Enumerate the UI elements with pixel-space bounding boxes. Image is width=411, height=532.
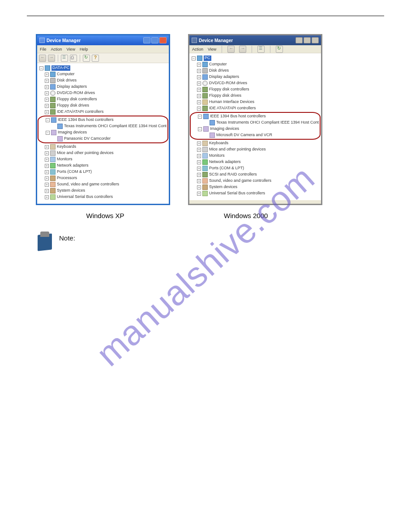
tree-node[interactable]: +Ports (COM & LPT) [39,169,167,175]
back-icon[interactable] [227,46,235,53]
menu-action[interactable]: Action [192,47,203,51]
forward-icon[interactable] [48,55,55,62]
maximize-button[interactable] [151,37,158,43]
tree-node-imaging-child[interactable]: Microsoft DV Camera and VCR [192,132,319,138]
toolbar-separator [80,55,80,62]
note-row: Note: [36,231,384,252]
highlighted-region: −IEEE 1394 Bus host controllers Texas In… [190,112,321,140]
titlebar[interactable]: Device Manager [37,35,169,45]
minimize-button[interactable] [295,37,303,43]
menu-file[interactable]: File [40,47,47,51]
tree-node[interactable]: +Disk drives [191,68,320,74]
tree-node[interactable]: +Disk drives [39,77,167,84]
toolbar-separator [270,46,270,53]
help-icon[interactable] [92,55,99,62]
tree-node[interactable]: +Computer [39,71,167,77]
tree-node[interactable]: +Mice and other pointing devices [39,150,167,156]
tree-node[interactable]: +Display adapters [39,84,167,90]
tree-node[interactable]: +Sound, video and game controllers [191,178,320,184]
tree-node[interactable]: +IDE ATA/ATAPI controllers [39,109,167,115]
tree-node-ieee[interactable]: −IEEE 1394 Bus host controllers [39,117,167,123]
tree-node[interactable]: +Computer [191,61,320,68]
back-icon[interactable] [39,55,46,62]
menu-view[interactable]: View [208,47,216,51]
caption-row: Windows XP Windows 2000 [36,212,384,219]
tree-node[interactable]: +Floppy disk drives [39,103,167,109]
tree-node-ieee-child[interactable]: Texas Instruments OHCI Compliant IEEE 13… [39,123,167,129]
tree-node-ieee-child[interactable]: Texas Instruments OHCI Compliant IEEE 13… [192,120,319,126]
minimize-button[interactable] [143,37,150,43]
app-icon [39,38,45,43]
tree-node[interactable]: +Processors [39,175,167,181]
tree-node[interactable]: +Sound, video and game controllers [39,181,167,188]
menu-separator [222,46,222,53]
tree-node[interactable]: +Keyboards [191,140,320,146]
document-page: Device Manager File Action View Help [0,0,411,266]
menu-action[interactable]: Action [51,47,62,51]
refresh-icon[interactable] [83,55,90,62]
tree-node[interactable]: +Network adapters [191,159,320,165]
device-manager-xp-window: Device Manager File Action View Help [36,34,170,205]
tree-node[interactable]: +Human Interface Devices [191,99,320,105]
tree-node[interactable]: +Network adapters [39,163,167,169]
menu-view[interactable]: View [67,47,75,51]
tree-node[interactable]: +DVD/CD-ROM drives [191,80,320,86]
tree-node[interactable]: +Floppy disk drives [191,93,320,99]
close-button[interactable] [159,37,167,43]
tree-node[interactable]: +Keyboards [39,144,167,150]
properties-icon[interactable] [257,46,265,53]
device-tree: −DATA-PC +Computer +Disk drives +Display… [37,63,169,204]
window-title: Device Manager [199,38,233,43]
menu-help[interactable]: Help [80,47,88,51]
caption-xp: Windows XP [36,212,175,219]
menubar: Action View [189,45,321,53]
close-button[interactable] [312,37,319,43]
forward-icon[interactable] [239,46,246,53]
note-label: Note: [59,231,75,242]
tree-node[interactable]: +System devices [191,184,320,190]
tree-node[interactable]: +Monitors [191,153,320,159]
screenshot-row: Device Manager File Action View Help [36,34,384,205]
tree-node[interactable]: +System devices [39,188,167,194]
tree-root[interactable]: −DATA-PC [39,65,167,71]
tree-node[interactable]: +Floppy disk controllers [39,96,167,103]
toolbar-separator [58,55,58,62]
app-icon [192,38,197,43]
caption-2000: Windows 2000 [176,212,315,219]
clipboard-icon [36,231,54,252]
tree-node[interactable]: +DVD/CD-ROM drives [39,90,167,96]
tree-node[interactable]: +Floppy disk controllers [191,86,320,93]
tree-node[interactable]: +IDE ATA/ATAPI controllers [191,105,320,112]
tree-node-imaging[interactable]: −Imaging devices [192,126,319,132]
window-title: Device Manager [47,38,81,43]
device-tree: −PC +Computer +Disk drives +Display adap… [189,53,321,200]
highlighted-region: −IEEE 1394 Bus host controllers Texas In… [38,116,168,143]
titlebar[interactable]: Device Manager [189,35,321,45]
tree-node[interactable]: +Display adapters [191,74,320,80]
tree-node-ieee[interactable]: −IEEE 1394 Bus host controllers [192,113,319,120]
device-manager-2000-window: Device Manager Action View [188,34,322,205]
properties-icon[interactable] [61,55,68,62]
root-label: PC [204,56,211,61]
print-icon[interactable] [70,55,77,62]
maximize-button[interactable] [304,37,311,43]
refresh-icon[interactable] [276,46,283,53]
tree-node[interactable]: +Universal Serial Bus controllers [39,194,167,200]
tree-node[interactable]: +Universal Serial Bus controllers [191,190,320,197]
toolbar [37,53,169,63]
tree-node[interactable]: +Monitors [39,156,167,163]
toolbar-separator [252,46,252,53]
tree-node[interactable]: +SCSI and RAID controllers [191,172,320,178]
menubar: File Action View Help [37,45,169,53]
root-label: DATA-PC [51,65,70,71]
tree-node[interactable]: +Ports (COM & LPT) [191,165,320,172]
header-rule [27,16,384,16]
tree-node-imaging-child[interactable]: Panasonic DV Camcorder [39,136,167,142]
tree-node-imaging[interactable]: −Imaging devices [39,129,167,136]
tree-root[interactable]: −PC [191,55,320,61]
tree-node[interactable]: +Mice and other pointing devices [191,146,320,153]
